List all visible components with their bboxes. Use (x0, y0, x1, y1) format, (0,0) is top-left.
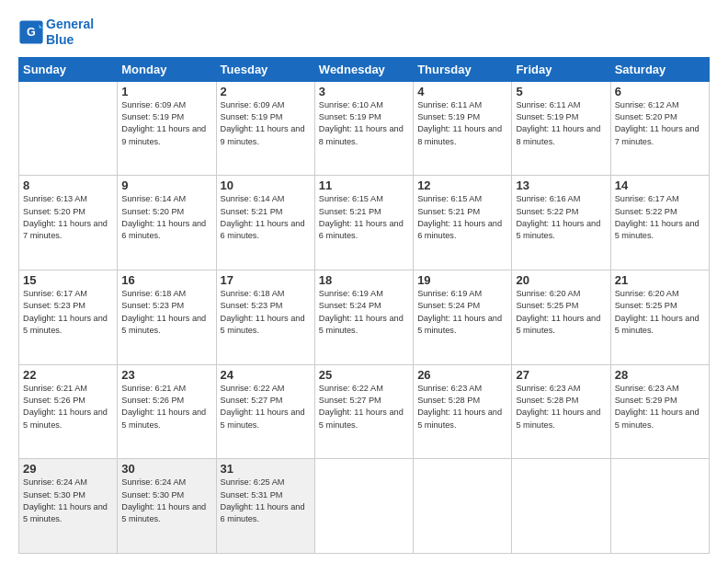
table-row: 9Sunrise: 6:14 AMSunset: 5:20 PMDaylight… (118, 176, 216, 270)
table-row: 6Sunrise: 6:12 AMSunset: 5:20 PMDaylight… (610, 81, 709, 176)
day-info: Sunrise: 6:09 AMSunset: 5:19 PMDaylight:… (121, 99, 211, 148)
logo: G General Blue (18, 17, 94, 48)
calendar-week-row: 22Sunrise: 6:21 AMSunset: 5:26 PMDayligh… (19, 364, 710, 459)
day-info: Sunrise: 6:15 AMSunset: 5:21 PMDaylight:… (417, 193, 507, 242)
table-row: 4Sunrise: 6:11 AMSunset: 5:19 PMDaylight… (414, 81, 512, 176)
header-saturday: Saturday (610, 57, 709, 81)
table-row: 21Sunrise: 6:20 AMSunset: 5:25 PMDayligh… (610, 270, 709, 364)
calendar-week-row: 29Sunrise: 6:24 AMSunset: 5:30 PMDayligh… (19, 459, 710, 554)
day-number: 23 (121, 368, 211, 382)
table-row (512, 459, 610, 554)
logo-icon: G (18, 19, 44, 45)
table-row: 20Sunrise: 6:20 AMSunset: 5:25 PMDayligh… (512, 270, 610, 364)
day-info: Sunrise: 6:13 AMSunset: 5:20 PMDaylight:… (23, 193, 113, 242)
calendar-week-row: 15Sunrise: 6:17 AMSunset: 5:23 PMDayligh… (19, 270, 710, 364)
day-number: 5 (516, 85, 606, 98)
day-info: Sunrise: 6:10 AMSunset: 5:19 PMDaylight:… (319, 99, 409, 148)
day-info: Sunrise: 6:19 AMSunset: 5:24 PMDaylight:… (417, 288, 507, 337)
day-number: 26 (417, 368, 507, 382)
day-number: 2 (221, 85, 311, 98)
table-row: 31Sunrise: 6:25 AMSunset: 5:31 PMDayligh… (216, 459, 314, 554)
table-row: 5Sunrise: 6:11 AMSunset: 5:19 PMDaylight… (512, 81, 610, 176)
day-info: Sunrise: 6:23 AMSunset: 5:29 PMDaylight:… (615, 383, 705, 431)
day-number: 6 (615, 85, 705, 98)
logo-text: General Blue (46, 17, 94, 48)
table-row: 25Sunrise: 6:22 AMSunset: 5:27 PMDayligh… (314, 364, 413, 459)
header-monday: Monday (118, 57, 216, 81)
day-number: 21 (615, 273, 705, 287)
day-info: Sunrise: 6:23 AMSunset: 5:28 PMDaylight:… (516, 383, 606, 431)
day-info: Sunrise: 6:20 AMSunset: 5:25 PMDaylight:… (615, 288, 705, 337)
table-row: 28Sunrise: 6:23 AMSunset: 5:29 PMDayligh… (610, 364, 709, 459)
day-info: Sunrise: 6:14 AMSunset: 5:21 PMDaylight:… (221, 193, 311, 242)
table-row: 14Sunrise: 6:17 AMSunset: 5:22 PMDayligh… (610, 176, 709, 270)
table-row: 13Sunrise: 6:16 AMSunset: 5:22 PMDayligh… (512, 176, 610, 270)
day-number: 24 (221, 368, 311, 382)
table-row (610, 459, 709, 554)
day-number: 18 (319, 273, 409, 287)
day-info: Sunrise: 6:24 AMSunset: 5:30 PMDaylight:… (121, 477, 211, 525)
table-row: 3Sunrise: 6:10 AMSunset: 5:19 PMDaylight… (314, 81, 413, 176)
table-row: 27Sunrise: 6:23 AMSunset: 5:28 PMDayligh… (512, 364, 610, 459)
day-number: 11 (319, 178, 409, 192)
svg-text:G: G (27, 26, 36, 39)
day-number: 4 (417, 85, 507, 98)
table-row: 18Sunrise: 6:19 AMSunset: 5:24 PMDayligh… (314, 270, 413, 364)
table-row (19, 81, 118, 176)
header: G General Blue (18, 17, 710, 48)
header-wednesday: Wednesday (314, 57, 413, 81)
table-row: 24Sunrise: 6:22 AMSunset: 5:27 PMDayligh… (216, 364, 314, 459)
day-info: Sunrise: 6:14 AMSunset: 5:20 PMDaylight:… (121, 193, 211, 242)
table-row: 26Sunrise: 6:23 AMSunset: 5:28 PMDayligh… (414, 364, 512, 459)
day-number: 20 (516, 273, 606, 287)
header-sunday: Sunday (19, 57, 118, 81)
day-info: Sunrise: 6:17 AMSunset: 5:23 PMDaylight:… (23, 288, 113, 337)
table-row: 2Sunrise: 6:09 AMSunset: 5:19 PMDaylight… (216, 81, 314, 176)
day-number: 27 (516, 368, 606, 382)
table-row: 1Sunrise: 6:09 AMSunset: 5:19 PMDaylight… (118, 81, 216, 176)
day-info: Sunrise: 6:24 AMSunset: 5:30 PMDaylight:… (23, 477, 113, 525)
calendar-week-row: 1Sunrise: 6:09 AMSunset: 5:19 PMDaylight… (19, 81, 710, 176)
page: G General Blue Sunday Monday Tuesday Wed… (0, 0, 728, 563)
table-row: 16Sunrise: 6:18 AMSunset: 5:23 PMDayligh… (118, 270, 216, 364)
table-row: 30Sunrise: 6:24 AMSunset: 5:30 PMDayligh… (118, 459, 216, 554)
day-number: 1 (121, 85, 211, 98)
day-info: Sunrise: 6:21 AMSunset: 5:26 PMDaylight:… (121, 383, 211, 431)
table-row: 22Sunrise: 6:21 AMSunset: 5:26 PMDayligh… (19, 364, 118, 459)
day-number: 17 (221, 273, 311, 287)
day-info: Sunrise: 6:18 AMSunset: 5:23 PMDaylight:… (121, 288, 211, 337)
day-number: 22 (23, 368, 113, 382)
table-row: 10Sunrise: 6:14 AMSunset: 5:21 PMDayligh… (216, 176, 314, 270)
table-row: 15Sunrise: 6:17 AMSunset: 5:23 PMDayligh… (19, 270, 118, 364)
day-info: Sunrise: 6:18 AMSunset: 5:23 PMDaylight:… (221, 288, 311, 337)
table-row: 17Sunrise: 6:18 AMSunset: 5:23 PMDayligh… (216, 270, 314, 364)
day-info: Sunrise: 6:17 AMSunset: 5:22 PMDaylight:… (615, 193, 705, 242)
day-info: Sunrise: 6:22 AMSunset: 5:27 PMDaylight:… (221, 383, 311, 431)
table-row (414, 459, 512, 554)
table-row: 29Sunrise: 6:24 AMSunset: 5:30 PMDayligh… (19, 459, 118, 554)
day-info: Sunrise: 6:21 AMSunset: 5:26 PMDaylight:… (23, 383, 113, 431)
day-number: 31 (221, 462, 311, 476)
day-info: Sunrise: 6:15 AMSunset: 5:21 PMDaylight:… (319, 193, 409, 242)
calendar-week-row: 8Sunrise: 6:13 AMSunset: 5:20 PMDaylight… (19, 176, 710, 270)
day-info: Sunrise: 6:20 AMSunset: 5:25 PMDaylight:… (516, 288, 606, 337)
table-row: 19Sunrise: 6:19 AMSunset: 5:24 PMDayligh… (414, 270, 512, 364)
day-number: 28 (615, 368, 705, 382)
day-number: 16 (121, 273, 211, 287)
day-number: 10 (221, 178, 311, 192)
table-row: 12Sunrise: 6:15 AMSunset: 5:21 PMDayligh… (414, 176, 512, 270)
day-number: 13 (516, 178, 606, 192)
day-info: Sunrise: 6:16 AMSunset: 5:22 PMDaylight:… (516, 193, 606, 242)
day-info: Sunrise: 6:11 AMSunset: 5:19 PMDaylight:… (516, 99, 606, 148)
calendar-table: Sunday Monday Tuesday Wednesday Thursday… (18, 57, 710, 554)
weekday-header-row: Sunday Monday Tuesday Wednesday Thursday… (19, 57, 710, 81)
day-number: 8 (23, 178, 113, 192)
day-info: Sunrise: 6:25 AMSunset: 5:31 PMDaylight:… (221, 477, 311, 525)
day-number: 9 (121, 178, 211, 192)
day-info: Sunrise: 6:23 AMSunset: 5:28 PMDaylight:… (417, 383, 507, 431)
day-info: Sunrise: 6:19 AMSunset: 5:24 PMDaylight:… (319, 288, 409, 337)
day-number: 19 (417, 273, 507, 287)
day-number: 25 (319, 368, 409, 382)
day-info: Sunrise: 6:22 AMSunset: 5:27 PMDaylight:… (319, 383, 409, 431)
table-row: 11Sunrise: 6:15 AMSunset: 5:21 PMDayligh… (314, 176, 413, 270)
